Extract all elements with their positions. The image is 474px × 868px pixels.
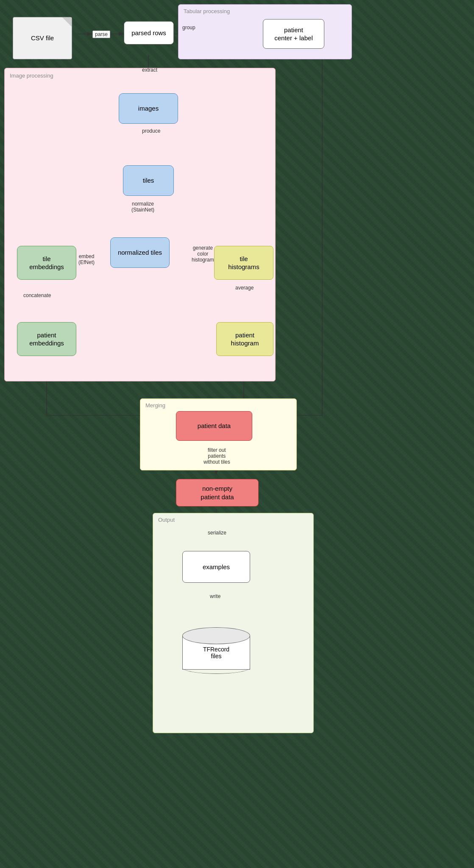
normalized-tiles-node: normalized tiles bbox=[110, 237, 170, 268]
main-canvas: Tabular processing CSV file parse parsed… bbox=[0, 0, 474, 868]
output-section-label: Output bbox=[158, 517, 175, 523]
tiles-node: tiles bbox=[123, 165, 174, 196]
serialize-label: serialize bbox=[208, 530, 226, 536]
parsed-rows-node: parsed rows bbox=[124, 21, 174, 45]
tile-histograms-node: tile histograms bbox=[214, 246, 273, 280]
group-label: group bbox=[182, 25, 195, 31]
embed-label: embed (EfNet) bbox=[78, 253, 95, 265]
normalize-label: normalize (StainNet) bbox=[131, 201, 154, 213]
patient-center-label-node: patient center + label bbox=[263, 19, 324, 49]
tiles-label: tiles bbox=[143, 176, 154, 185]
concatenate-label: concatenate bbox=[23, 292, 51, 298]
tile-embeddings-node: tile embeddings bbox=[17, 246, 76, 280]
generate-color-histogram-label: generate color histogram bbox=[192, 245, 214, 263]
output-section: Output bbox=[153, 513, 314, 733]
patient-embeddings-label: patient embeddings bbox=[29, 331, 64, 348]
images-node: images bbox=[119, 93, 178, 124]
produce-label: produce bbox=[142, 128, 160, 134]
examples-label: examples bbox=[203, 563, 230, 571]
extract-label: extract bbox=[142, 67, 157, 73]
csv-file-label: CSV file bbox=[31, 34, 54, 42]
patient-histogram-node: patient histogram bbox=[216, 322, 273, 356]
tile-histograms-label: tile histograms bbox=[228, 255, 259, 271]
normalized-tiles-label: normalized tiles bbox=[118, 248, 162, 257]
patient-embeddings-node: patient embeddings bbox=[17, 322, 76, 356]
tabular-section-label: Tabular processing bbox=[184, 8, 230, 14]
patient-histogram-label: patient histogram bbox=[231, 331, 259, 348]
csv-file-node: CSV file bbox=[13, 17, 72, 59]
examples-node: examples bbox=[182, 551, 250, 583]
average-label: average bbox=[235, 285, 254, 291]
non-empty-patient-data-node: non-empty patient data bbox=[176, 479, 259, 506]
tfrecord-files-node: TFRecord files bbox=[182, 627, 250, 674]
patient-center-label: patient center + label bbox=[274, 26, 312, 42]
non-empty-patient-data-label: non-empty patient data bbox=[201, 484, 234, 501]
parse-label: parse bbox=[92, 31, 110, 38]
patient-data-label: patient data bbox=[198, 422, 231, 430]
parsed-rows-label: parsed rows bbox=[131, 29, 166, 37]
write-label: write bbox=[210, 593, 220, 599]
tile-embeddings-label: tile embeddings bbox=[29, 255, 64, 271]
patient-data-node: patient data bbox=[176, 411, 252, 441]
tfrecord-label: TFRecord files bbox=[203, 646, 229, 659]
images-label: images bbox=[138, 104, 159, 113]
image-section-label: Image processing bbox=[10, 72, 53, 79]
merging-section-label: Merging bbox=[145, 402, 165, 409]
filter-out-label: filter out patients without tiles bbox=[204, 447, 230, 465]
